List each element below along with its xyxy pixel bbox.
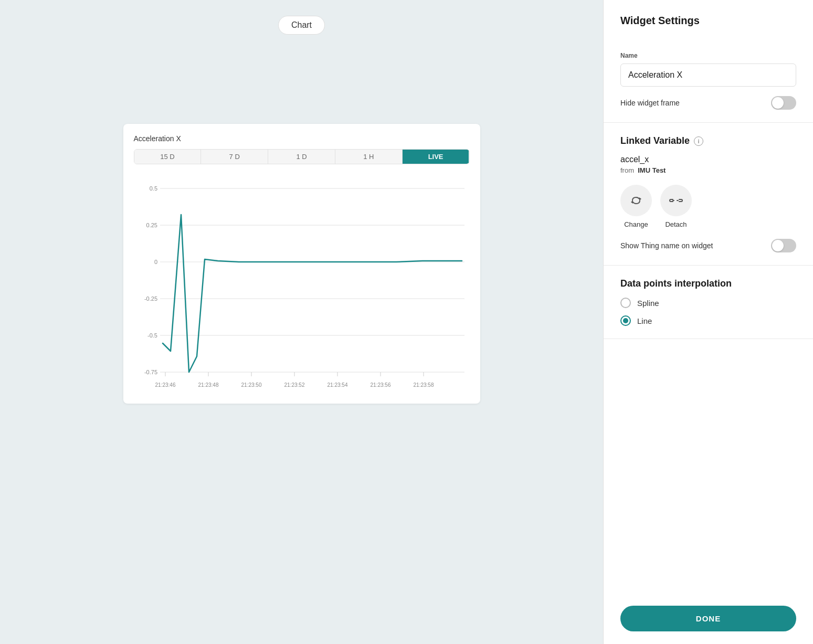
svg-text:21:23:56: 21:23:56 bbox=[370, 382, 390, 388]
name-label: Name bbox=[620, 52, 796, 59]
tab-live[interactable]: LIVE bbox=[403, 150, 469, 164]
linked-variable-title: Linked Variable i bbox=[620, 135, 796, 146]
radio-line[interactable]: Line bbox=[620, 315, 796, 326]
change-label: Change bbox=[624, 220, 648, 228]
svg-marker-27 bbox=[631, 200, 633, 204]
svg-text:-0.25: -0.25 bbox=[144, 295, 157, 302]
svg-text:0.25: 0.25 bbox=[146, 222, 157, 228]
name-input[interactable] bbox=[620, 64, 796, 87]
show-thing-name-toggle[interactable] bbox=[771, 239, 796, 252]
toggle-knob-2 bbox=[772, 240, 784, 251]
radio-outer-spline bbox=[620, 298, 631, 308]
svg-text:21:23:54: 21:23:54 bbox=[327, 382, 347, 388]
radio-outer-line bbox=[620, 315, 631, 326]
radio-spline[interactable]: Spline bbox=[620, 298, 796, 308]
show-thing-name-row: Show Thing name on widget bbox=[620, 239, 796, 252]
chart-svg: 0.5 0.25 0 -0.25 -0.5 -0.75 21:23:46 21:… bbox=[134, 173, 470, 393]
detach-button[interactable]: Detach bbox=[660, 185, 692, 228]
chart-badge: Chart bbox=[278, 16, 325, 35]
left-panel: Chart Acceleration X 15 D 7 D 1 D 1 H LI… bbox=[0, 0, 603, 644]
svg-text:0.5: 0.5 bbox=[149, 185, 157, 192]
detach-label: Detach bbox=[665, 220, 687, 228]
name-section: Name Hide widget frame bbox=[604, 39, 813, 123]
tab-15d[interactable]: 15 D bbox=[134, 150, 202, 164]
interpolation-section: Data points interpolation Spline Line bbox=[604, 266, 813, 339]
spline-label: Spline bbox=[637, 299, 659, 308]
hide-widget-frame-toggle[interactable] bbox=[771, 96, 796, 110]
done-section: DONE bbox=[604, 593, 813, 644]
tab-1h[interactable]: 1 H bbox=[335, 150, 403, 164]
settings-title: Widget Settings bbox=[604, 0, 813, 39]
hide-widget-frame-row: Hide widget frame bbox=[620, 96, 796, 110]
svg-text:-0.5: -0.5 bbox=[147, 332, 157, 339]
svg-marker-26 bbox=[639, 197, 641, 200]
hide-widget-frame-label: Hide widget frame bbox=[620, 99, 680, 107]
interpolation-title: Data points interpolation bbox=[620, 278, 796, 289]
tab-1d[interactable]: 1 D bbox=[268, 150, 335, 164]
line-label: Line bbox=[637, 316, 652, 325]
chart-area: 0.5 0.25 0 -0.25 -0.5 -0.75 21:23:46 21:… bbox=[134, 173, 470, 393]
radio-inner-line bbox=[623, 318, 628, 323]
svg-text:21:23:46: 21:23:46 bbox=[155, 382, 175, 388]
linked-variable-section: Linked Variable i accel_x from IMU Test … bbox=[604, 123, 813, 266]
tab-7d[interactable]: 7 D bbox=[201, 150, 268, 164]
change-button[interactable]: Change bbox=[620, 185, 652, 228]
svg-text:21:23:48: 21:23:48 bbox=[198, 382, 218, 388]
source-name: IMU Test bbox=[638, 166, 666, 174]
svg-text:0: 0 bbox=[154, 259, 157, 265]
done-button[interactable]: DONE bbox=[620, 606, 796, 631]
chart-widget-title: Acceleration X bbox=[134, 134, 470, 143]
toggle-knob bbox=[772, 97, 784, 109]
detach-icon bbox=[660, 185, 692, 216]
show-thing-name-label: Show Thing name on widget bbox=[620, 241, 713, 250]
svg-text:21:23:52: 21:23:52 bbox=[284, 382, 304, 388]
chart-widget: Acceleration X 15 D 7 D 1 D 1 H LIVE 0.5… bbox=[123, 124, 480, 404]
variable-source: from IMU Test bbox=[620, 166, 796, 174]
time-tabs: 15 D 7 D 1 D 1 H LIVE bbox=[134, 149, 470, 164]
svg-text:21:23:50: 21:23:50 bbox=[241, 382, 261, 388]
interpolation-radio-group: Spline Line bbox=[620, 298, 796, 326]
svg-text:21:23:58: 21:23:58 bbox=[413, 382, 434, 388]
variable-name: accel_x bbox=[620, 155, 796, 164]
change-icon bbox=[620, 185, 652, 216]
info-icon[interactable]: i bbox=[694, 136, 703, 146]
svg-text:-0.75: -0.75 bbox=[144, 369, 157, 375]
variable-button-row: Change Detach bbox=[620, 185, 796, 228]
right-panel: Widget Settings Name Hide widget frame L… bbox=[603, 0, 813, 644]
